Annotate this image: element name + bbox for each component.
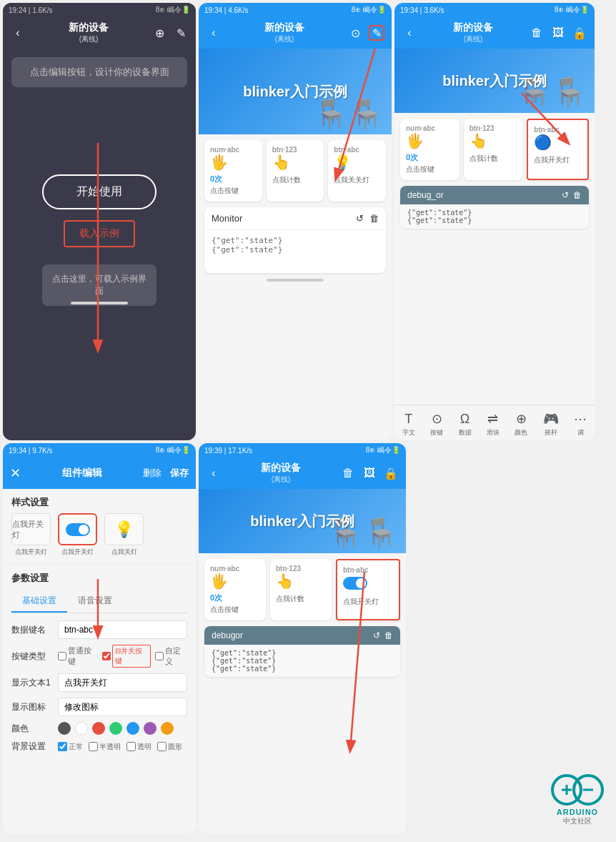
load-example-button[interactable]: 载入示例	[64, 220, 135, 247]
toolbar-more[interactable]: ⋯ 调	[574, 411, 587, 437]
style-option-1[interactable]: 点我开关灯 点我开关灯	[11, 513, 51, 557]
toolbar-data[interactable]: Ω 数据	[459, 412, 472, 437]
data-icon: Ω	[460, 412, 470, 427]
monitor-body: {"get":"state"} {"get":"state"}	[204, 230, 386, 273]
toggle-widget-5[interactable]	[343, 577, 367, 590]
refresh-debug-5[interactable]: ↺	[373, 630, 380, 640]
refresh-debug-3[interactable]: ↺	[562, 190, 569, 200]
debug-body-3: {"get":"state"} {"get":"state"}	[400, 204, 589, 229]
back-icon-1[interactable]: ‹	[10, 25, 26, 41]
monitor-title: Monitor	[212, 213, 242, 224]
delete-debug-3[interactable]: 🗑	[573, 190, 582, 200]
refresh-icon-2[interactable]: ↺	[356, 213, 364, 224]
toolbar-color[interactable]: ⊕ 颜色	[515, 411, 527, 437]
text-icon: T	[404, 412, 412, 427]
more-icon-1[interactable]: ⊕	[151, 25, 167, 41]
delete-icon-2[interactable]: 🗑	[369, 213, 379, 224]
arduino-logo: ARDUINO 中文社区	[549, 772, 606, 826]
trash-icon-3[interactable]: 🗑	[529, 25, 545, 41]
joystick-icon: 🎮	[543, 411, 559, 427]
screen-edit: 19:34 | 3.6K/s 8⊕ 嶋令🔋 ‹ 新的设备 (离线) 🗑 🖼 🔒 …	[394, 3, 595, 440]
lock-icon-5[interactable]: 🔒	[383, 465, 399, 481]
screen-main: 19:34 | 4.6K/s 8⊕ 嶋令🔋 ‹ 新的设备 (离线) ⊙ ✎ bl…	[199, 3, 392, 440]
save-button[interactable]: 保存	[170, 467, 189, 480]
widget-btn-abc[interactable]: btn·abc 💡 点我关关灯	[328, 140, 386, 202]
widget-btn-123[interactable]: btn·123 👆 点我计数	[267, 140, 324, 202]
status-icons-4: 8⊕ 嶋令🔋	[156, 445, 190, 455]
widget-num-5[interactable]: num·abc 🖐 0次 点击按键	[204, 559, 266, 620]
toolbar-bottom-3: T 字文 ⊙ 按键 Ω 数据 ⇌ 滑块 ⊕ 颜色	[394, 405, 595, 440]
lock-icon-3[interactable]: 🔒	[572, 25, 587, 41]
nav-subtitle-1: (离线)	[26, 34, 151, 44]
home-indicator-2	[199, 273, 392, 287]
widget-num-abc-3[interactable]: num·abc 🖐 0次 点击按键	[400, 119, 459, 180]
hint-box-2: 点击这里，可载入示例界面	[42, 264, 157, 306]
delete-button[interactable]: 删除	[143, 467, 162, 480]
monitor-box-2: Monitor ↺ 🗑 {"get":"state"} {"get":"stat…	[204, 207, 386, 273]
toolbar-button[interactable]: ⊙ 按键	[430, 411, 443, 437]
bg-round[interactable]: 圆形	[157, 742, 182, 752]
back-icon-2[interactable]: ‹	[206, 25, 222, 41]
color-dark[interactable]	[58, 722, 71, 735]
bg-transparent[interactable]: 透明	[126, 742, 151, 752]
status-time-5: 19:39 | 17.1K/s	[204, 447, 252, 455]
edit-icon-1[interactable]: ✎	[173, 25, 189, 41]
start-button[interactable]: 开始使用	[42, 174, 157, 209]
widget-hand-icon: 🖐	[210, 154, 228, 171]
delete-debug-5[interactable]: 🗑	[384, 630, 393, 640]
bg-options: 正常 半透明 透明 圆形	[58, 742, 187, 752]
banner-title-5: blinker入门示例	[250, 512, 354, 531]
back-icon-5[interactable]: ‹	[206, 465, 222, 481]
nav-title-1: 新的设备	[26, 21, 151, 34]
toolbar-text[interactable]: T 字文	[402, 412, 415, 437]
widget-btn123-5[interactable]: btn·123 👆 点我计数	[270, 559, 332, 620]
params-tabs: 基础设置 语音设置	[11, 590, 187, 613]
widget-btn-123-3[interactable]: btn·123 👆 点我计数	[464, 119, 523, 180]
color-red[interactable]	[92, 722, 105, 735]
color-orange[interactable]	[161, 722, 174, 735]
params-section: 参数设置 基础设置 语音设置 数据键名 按键类型 普通按键 ⊟并关按键	[3, 564, 196, 763]
field-display-icon: 显示图标	[11, 698, 187, 716]
toolbar-joystick[interactable]: 🎮 摇杆	[543, 411, 559, 437]
toolbar-slider[interactable]: ⇌ 滑块	[487, 411, 500, 437]
widget-light-icon: 💡	[334, 154, 352, 171]
blinker-banner-3: blinker入门示例 🪑🪑	[394, 49, 595, 113]
trash-icon-5[interactable]: 🗑	[340, 465, 356, 481]
type-normal[interactable]: 普通按键	[58, 645, 98, 667]
bg-semi[interactable]: 半透明	[89, 742, 121, 752]
image-icon-5[interactable]: 🖼	[362, 465, 377, 481]
edit-icon-2[interactable]: ✎	[369, 25, 384, 41]
input-key-name[interactable]	[58, 620, 187, 639]
type-toggle[interactable]: ⊟并关按键	[102, 645, 151, 668]
color-green[interactable]	[109, 722, 122, 735]
debug-box-3: debug_or ↺ 🗑 {"get":"state"} {"get":"sta…	[400, 186, 589, 229]
input-display-icon[interactable]	[58, 698, 187, 716]
arduino-text: ARDUINO	[557, 808, 598, 816]
nav-title-5: 新的设备	[222, 462, 340, 475]
widget-num-abc[interactable]: num·abc 🖐 0次 点击按键	[204, 140, 262, 202]
status-bar-2: 19:34 | 4.6K/s 8⊕ 嶋令🔋	[199, 3, 392, 17]
color-blue[interactable]	[126, 722, 139, 735]
bg-normal[interactable]: 正常	[58, 742, 83, 752]
back-icon-3[interactable]: ‹	[402, 25, 417, 41]
style-option-3[interactable]: 💡 点我关灯	[104, 513, 144, 557]
widget-btnabc-5[interactable]: btn·abc 点我开关灯	[336, 559, 400, 620]
nav-subtitle-3: (离线)	[417, 34, 529, 44]
debug-box-5: debugor ↺ 🗑 {"get":"state"} {"get":"stat…	[204, 626, 400, 677]
image-icon-3[interactable]: 🖼	[550, 25, 566, 41]
more-icon-2[interactable]: ⊙	[347, 25, 363, 41]
widgets-row-2: num·abc 🖐 0次 点击按键 btn·123 👆 点我计数 btn·abc…	[199, 134, 392, 207]
status-time-3: 19:34 | 3.6K/s	[400, 6, 444, 14]
style-option-2[interactable]: 点我开关灯	[58, 513, 97, 557]
field-button-type: 按键类型 普通按键 ⊟并关按键 自定义	[11, 645, 187, 668]
tab-basic[interactable]: 基础设置	[11, 590, 67, 613]
color-white[interactable]	[75, 722, 88, 735]
input-display-text[interactable]	[58, 673, 187, 692]
tab-voice[interactable]: 语音设置	[67, 590, 123, 613]
widget-hand2-icon: 👆	[272, 154, 290, 171]
widget-btn-abc-3[interactable]: btn·abc 🔵 点我开关灯	[527, 119, 589, 180]
label-bg: 背景设置	[11, 741, 58, 753]
close-editor-button[interactable]: ✕	[10, 465, 21, 481]
color-purple[interactable]	[144, 722, 157, 735]
type-custom[interactable]: 自定义	[155, 645, 187, 667]
